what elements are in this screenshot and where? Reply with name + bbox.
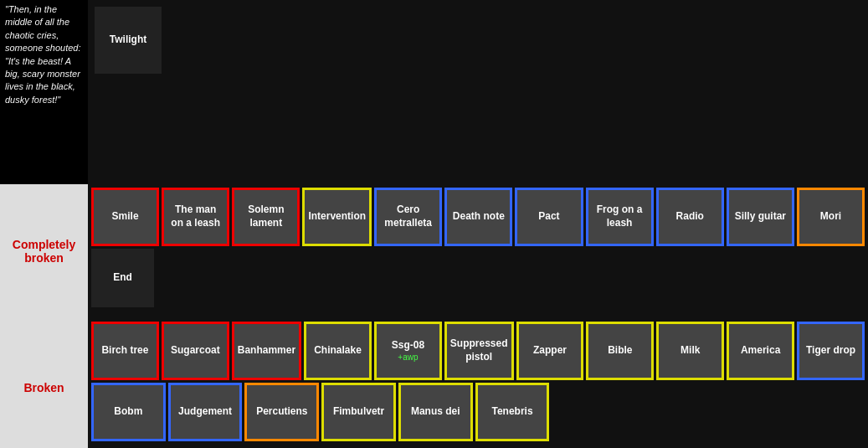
item-box[interactable]: Banhammer — [232, 322, 301, 380]
item-box[interactable]: Radio — [656, 188, 724, 246]
item-box[interactable]: Silly guitar — [727, 188, 794, 246]
item-box[interactable]: Milk — [656, 322, 724, 380]
item-box[interactable]: Fimbulvetr — [321, 383, 396, 441]
main-grid: "Then, in the middle of all the chaotic … — [0, 0, 868, 448]
item-box[interactable]: Zapper — [516, 322, 584, 380]
item-box[interactable]: Cero metralleta — [374, 188, 442, 246]
item-box[interactable]: Chinalake — [304, 322, 372, 380]
item-box[interactable]: Intervention — [302, 188, 372, 246]
item-box[interactable]: America — [727, 322, 794, 380]
end-box[interactable]: End — [91, 249, 154, 307]
item-box[interactable]: Death note — [444, 188, 512, 246]
completely-broken-label: Completely broken — [0, 184, 88, 318]
item-box[interactable]: Frog on a leash — [586, 188, 654, 246]
item-box[interactable]: Suppressed pistol — [444, 322, 514, 380]
item-box[interactable]: Bobm — [91, 383, 166, 441]
item-box[interactable]: Birch tree — [91, 322, 159, 380]
item-box[interactable]: Smile — [91, 188, 159, 246]
completely-broken-row2: End — [91, 249, 865, 307]
top-right-area: Twilight — [88, 0, 868, 184]
twilight-box[interactable]: Twilight — [95, 7, 162, 74]
broken-section: Birch treeSugarcoatBanhammerChinalakeSsg… — [88, 318, 868, 448]
item-box[interactable]: Ssg-08+awp — [374, 322, 442, 380]
intro-text-block: "Then, in the middle of all the chaotic … — [0, 0, 88, 184]
item-box[interactable]: Tiger drop — [797, 322, 865, 380]
item-box[interactable]: Bible — [586, 322, 654, 380]
intro-text: "Then, in the middle of all the chaotic … — [5, 4, 81, 105]
item-box[interactable]: Judgement — [168, 383, 243, 441]
completely-broken-section: SmileThe man on a leashSolemn lamentInte… — [88, 184, 868, 318]
broken-row1: Birch treeSugarcoatBanhammerChinalakeSsg… — [91, 322, 865, 380]
item-box[interactable]: Tenebris — [475, 383, 550, 441]
broken-row2: BobmJudgementPercutiensFimbulvetrManus d… — [91, 383, 865, 441]
item-box[interactable]: The man on a leash — [162, 188, 229, 246]
item-box[interactable]: Mori — [797, 188, 865, 246]
item-box[interactable]: Solemn lament — [232, 188, 300, 246]
item-box[interactable]: Manus dei — [398, 383, 473, 441]
item-box[interactable]: Percutiens — [244, 383, 319, 441]
item-box[interactable]: Sugarcoat — [162, 322, 229, 380]
completely-broken-row1: SmileThe man on a leashSolemn lamentInte… — [91, 188, 865, 246]
item-box[interactable]: Pact — [515, 188, 583, 246]
broken-label: Broken — [0, 318, 88, 448]
